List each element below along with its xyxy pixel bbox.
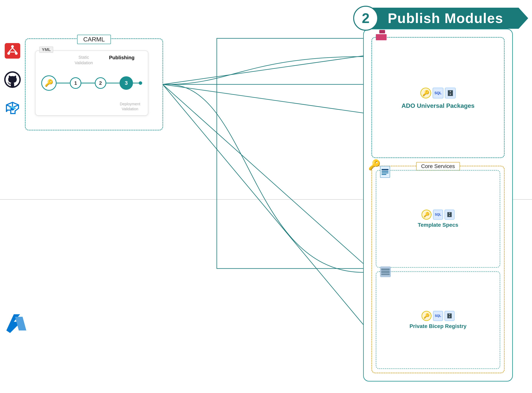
azure-icon [4,310,29,335]
br-sql-icon: SQL [433,311,443,321]
ado-section-title: ADO Universal Packages [402,102,475,109]
publishing-label: Publishing [109,55,134,60]
core-key-icon: 🔑 [368,159,381,171]
left-icons-container [4,42,21,117]
yml-tag: YML [39,47,53,53]
br-cloud-icon: 🗄️ [444,311,454,321]
bicep-registry-section: 🔑 SQL 🗄️ Private Bicep Registry [376,271,500,369]
key-service-icon: 🔑 [420,88,431,98]
key-node: 🔑 [41,75,57,91]
pipeline-node-2: 2 [95,77,106,89]
svg-point-6 [11,45,14,48]
header-title: Publish Modules [388,10,503,26]
bicep-service-icons: 🔑 SQL 🗄️ [422,311,454,321]
bicep-registry-title: Private Bicep Registry [409,323,466,329]
github-icon [4,71,21,88]
carml-label: CARML [77,35,111,44]
pipeline-box: YML StaticValidation Publishing 🔑 1 [35,50,148,116]
br-key-icon: 🔑 [422,311,431,321]
track-line-4 [133,83,139,84]
ts-key-icon: 🔑 [422,210,431,220]
template-specs-service-icons: 🔑 SQL 🗄️ [422,210,454,220]
svg-line-3 [163,84,365,265]
core-section: 🔑 Core Services 🔑 SQL 🗄️ Template Specs [371,166,505,373]
deployment-validation-label: DeploymentValidation [120,102,140,111]
ado-icon [4,100,21,117]
track-line-3 [106,83,119,84]
ado-service-icons: 🔑 SQL 🗄️ [420,88,456,98]
svg-line-1 [163,56,365,84]
static-validation-label: StaticValidation [75,55,93,65]
header-section: 2 Publish Modules [353,6,528,31]
template-specs-icon [380,166,390,178]
step-number: 2 [353,6,378,31]
core-services-label: Core Services [416,162,460,171]
carml-container: CARML YML StaticValidation Publishing 🔑 [25,38,163,130]
right-panel: 🔑 SQL 🗄️ ADO Universal Packages 🔑 Core S… [363,29,513,382]
track-line-2 [81,83,95,84]
pipeline-node-1: 1 [70,77,81,89]
template-specs-title: Template Specs [418,222,458,228]
track-end-dot [139,81,142,85]
git-icon [4,42,21,59]
pipeline-node-3: 3 [119,76,133,90]
svg-line-4 [163,84,365,326]
cloud-service-icon: 🗄️ [445,88,456,98]
sql-service-icon: SQL [433,88,443,98]
ts-sql-icon: SQL [433,210,443,220]
ts-cloud-icon: 🗄️ [444,210,454,220]
header-banner: Publish Modules [372,8,528,29]
svg-line-2 [163,84,365,113]
template-specs-section: 🔑 SQL 🗄️ Template Specs [376,170,500,268]
ado-section: 🔑 SQL 🗄️ ADO Universal Packages [371,37,505,158]
track-line-1 [57,83,70,84]
bicep-server-icon [380,266,391,277]
ado-top-icon [376,30,387,40]
